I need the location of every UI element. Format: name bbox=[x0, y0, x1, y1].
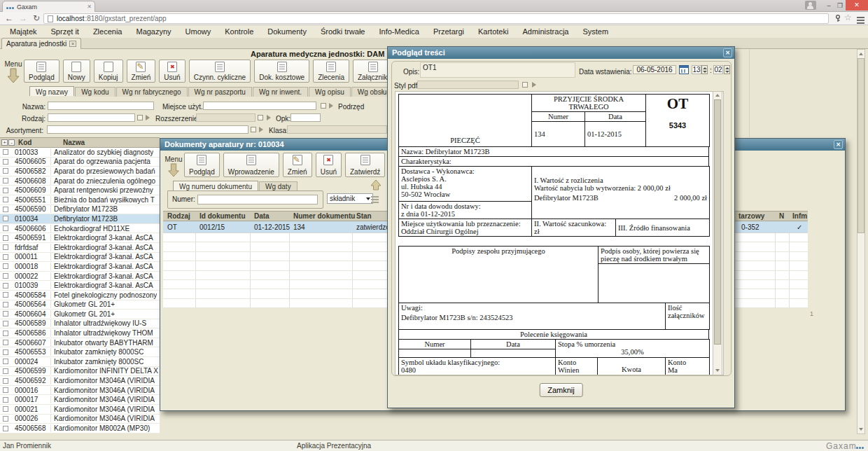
menubar-item[interactable]: Magazyny bbox=[129, 25, 178, 38]
equipment-row[interactable]: 010033 Analizator do szybkiej diagnosty bbox=[0, 148, 160, 158]
documents-tab[interactable]: Wg daty bbox=[259, 181, 298, 191]
filter-tab[interactable]: Wg nr paszportu bbox=[188, 87, 252, 97]
rodzaj-expand-icon[interactable] bbox=[146, 115, 150, 120]
equipment-row[interactable]: fdrfdsaf Elektrokardiograf 3-kanał. AsCA bbox=[0, 243, 160, 253]
window-close-icon[interactable]: ✕ bbox=[846, 0, 868, 11]
documents-tab[interactable]: Wg numeru dokumentu bbox=[173, 181, 258, 190]
equipment-row[interactable]: 45006551 Bieżnia do badań wysiłkowych T bbox=[0, 195, 160, 205]
expand-all-button[interactable]: + bbox=[1, 139, 8, 146]
row-checkbox[interactable] bbox=[3, 188, 8, 193]
scroll-down-icon[interactable] bbox=[715, 369, 720, 372]
equipment-row[interactable]: 000017 Kardiomonitor M3046A (VIRIDIA bbox=[0, 395, 160, 405]
window-minimize-icon[interactable]: – bbox=[823, 1, 834, 11]
toolbar-button[interactable]: Kopiuj bbox=[94, 60, 123, 83]
menubar-item[interactable]: Administracja bbox=[515, 25, 575, 38]
menubar-item[interactable]: Dokumenty bbox=[260, 25, 314, 38]
toolbar-button[interactable]: Zatwierdź bbox=[345, 153, 385, 177]
row-checkbox[interactable] bbox=[3, 387, 8, 393]
list-icon[interactable] bbox=[371, 195, 379, 204]
column-stan[interactable]: Stan bbox=[356, 212, 372, 220]
toolbar-button[interactable]: Usuń bbox=[159, 60, 185, 83]
workspace-tab[interactable]: Aparatura jednostki ✕ bbox=[1, 38, 81, 49]
column-infm[interactable]: Infm bbox=[792, 212, 807, 220]
miejsce-checkbox-icon[interactable] bbox=[321, 103, 326, 109]
miejsce-expand-icon[interactable] bbox=[329, 103, 333, 109]
filter-tab[interactable]: Wg opisu bbox=[309, 87, 351, 97]
url-bar[interactable]: localhost :8180/gxstart_prezent/app bbox=[43, 13, 829, 24]
column-data[interactable]: Data bbox=[254, 212, 270, 220]
equipment-row[interactable]: 000021 Kardiomonitor M3046A (VIRIDIA bbox=[0, 405, 160, 415]
skladnik-dropdown[interactable]: składnik bbox=[327, 193, 373, 204]
row-checkbox[interactable] bbox=[3, 273, 8, 279]
documents-dialog-close-icon[interactable]: ✕ bbox=[834, 140, 843, 149]
equipment-row[interactable]: 45006564 Glukometr GL 201+ bbox=[0, 300, 160, 310]
row-checkbox[interactable] bbox=[3, 235, 8, 241]
klasa-input[interactable] bbox=[287, 125, 387, 134]
column-id-dokumentu[interactable]: Id dokumentu bbox=[200, 212, 246, 220]
toolbar-button[interactable]: Zlecenia bbox=[313, 60, 349, 83]
scrollbar-thumb[interactable] bbox=[858, 58, 864, 233]
rozszerzenie-expand-icon[interactable] bbox=[267, 115, 271, 120]
equipment-row[interactable]: 45006553 Inkubator zamknięty 8000SC bbox=[0, 347, 160, 357]
equipment-row[interactable]: 45006586 Inhalator ultradźwiękowy THOM bbox=[0, 328, 160, 338]
asortyment-expand-icon[interactable] bbox=[259, 127, 263, 132]
equipment-row[interactable]: 45006608 Aparat do znieczulenia ogólnego bbox=[0, 176, 160, 186]
row-checkbox[interactable] bbox=[3, 197, 8, 202]
toolbar-button[interactable]: Zmień bbox=[127, 60, 156, 83]
forward-icon[interactable]: → bbox=[19, 13, 27, 23]
back-icon[interactable]: ← bbox=[5, 13, 13, 23]
equipment-row[interactable]: 000018 Elektrokardiograf 3-kanał. AsCA bbox=[0, 262, 160, 272]
column-inwentarzowy[interactable]: tarzowy bbox=[738, 212, 764, 220]
rozszerzenie-input[interactable] bbox=[196, 113, 255, 122]
scroll-up-icon[interactable] bbox=[715, 94, 720, 97]
row-checkbox[interactable] bbox=[3, 378, 8, 384]
column-rodzaj[interactable]: Rodzaj bbox=[167, 212, 190, 220]
arrow-up-icon[interactable] bbox=[370, 179, 382, 190]
rozszerzenie-checkbox-icon[interactable] bbox=[258, 115, 263, 120]
row-checkbox[interactable] bbox=[3, 340, 8, 345]
menubar-item[interactable]: Sprzęt it bbox=[44, 25, 86, 38]
filter-tab[interactable]: Wg nr fabrycznego bbox=[116, 87, 188, 97]
opis-textarea[interactable]: OT1 bbox=[420, 62, 575, 78]
equipment-row[interactable]: 000026 Kardiomonitor M3046A (VIRIDIA bbox=[0, 415, 160, 424]
equipment-row[interactable]: 45006606 Echokardiograf HD11XE bbox=[0, 224, 160, 234]
rodzaj-input[interactable] bbox=[48, 113, 135, 122]
equipment-row[interactable]: 000011 Elektrokardiograf 3-kanał. AsCA bbox=[0, 253, 160, 263]
row-checkbox[interactable] bbox=[3, 168, 8, 174]
row-checkbox[interactable] bbox=[3, 331, 8, 336]
menubar-item[interactable]: Środki trwałe bbox=[314, 25, 372, 38]
preview-dialog-titlebar[interactable]: Podgląd treści ✕ bbox=[388, 47, 734, 59]
row-checkbox[interactable] bbox=[3, 149, 8, 155]
equipment-row[interactable]: 45006592 Kardiomonitor M3046A (VIRIDIA bbox=[0, 376, 160, 386]
numer-input[interactable] bbox=[197, 195, 318, 204]
row-checkbox[interactable] bbox=[3, 244, 8, 250]
row-checkbox[interactable] bbox=[3, 292, 8, 298]
scroll-up-icon[interactable] bbox=[859, 53, 863, 55]
equipment-row[interactable]: 000022 Elektrokardiograf 3-kanał. AsCA bbox=[0, 272, 160, 282]
row-checkbox[interactable] bbox=[3, 321, 8, 326]
calendar-icon[interactable] bbox=[679, 65, 689, 74]
key-icon[interactable] bbox=[834, 15, 841, 22]
toolbar-button[interactable]: Podgląd bbox=[24, 60, 59, 83]
bookmark-star-icon[interactable]: ☆ bbox=[844, 13, 852, 22]
main-scrollbar[interactable] bbox=[857, 49, 865, 434]
browser-profile-icon[interactable] bbox=[805, 1, 816, 10]
row-checkbox[interactable] bbox=[3, 426, 8, 431]
row-checkbox[interactable] bbox=[3, 216, 8, 221]
row-checkbox[interactable] bbox=[3, 263, 8, 269]
row-checkbox[interactable] bbox=[3, 311, 8, 317]
row-checkbox[interactable] bbox=[3, 178, 8, 183]
equipment-row[interactable]: 45006599 Kardiomonitor INFINITY DELTA X bbox=[0, 367, 160, 377]
hour-input[interactable]: 13 bbox=[692, 65, 701, 74]
column-n[interactable]: N bbox=[779, 212, 784, 220]
equipment-row[interactable]: 45006582 Aparat do przesiewowych badań bbox=[0, 167, 160, 176]
column-kod[interactable]: Kod bbox=[18, 139, 31, 146]
filter-tab[interactable]: Wg nazwy bbox=[29, 86, 74, 96]
menubar-item[interactable]: Info-Medica bbox=[372, 25, 426, 38]
toolbar-button[interactable]: Nowy bbox=[63, 60, 90, 83]
menubar-item[interactable]: Przetargi bbox=[426, 25, 471, 38]
row-checkbox[interactable] bbox=[3, 406, 8, 412]
equipment-row[interactable]: 45006605 Aparat do ogrzewania pacjenta bbox=[0, 158, 160, 167]
equipment-row[interactable]: 010034 Defibrylator M1723B bbox=[0, 214, 160, 224]
scrollbar-thumb[interactable] bbox=[714, 99, 721, 345]
